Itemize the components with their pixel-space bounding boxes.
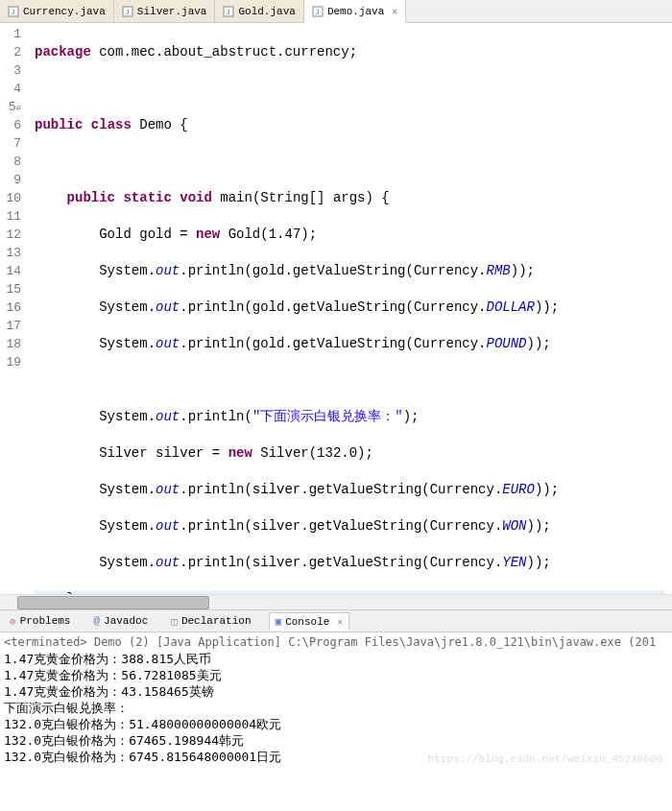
line-number: 1 — [4, 25, 21, 43]
fold-icon[interactable]: ⊖ — [16, 104, 21, 113]
java-file-icon: J — [223, 6, 234, 17]
problems-icon: ⊗ — [10, 615, 16, 628]
code-line: public class Demo { — [35, 116, 664, 134]
code-line — [35, 371, 664, 390]
line-number: 18 — [4, 335, 21, 353]
line-number: 9 — [4, 171, 21, 189]
tab-label: Silver.java — [137, 6, 207, 17]
console-panel: <terminated> Demo (2) [Java Application]… — [0, 632, 672, 765]
java-file-icon: J — [312, 6, 324, 17]
console-output-line: 132.0克白银价格为：67465.198944韩元 — [4, 732, 668, 749]
horizontal-scrollbar[interactable] — [0, 594, 672, 609]
code-editor[interactable]: 1 2 3 4 5⊖ 6 7 8 9 10 11 12 13 14 15 16 … — [0, 23, 672, 594]
console-output-line: 1.47克黄金价格为：43.158465英镑 — [4, 683, 668, 700]
view-declaration[interactable]: ◫ Declaration — [165, 613, 256, 630]
code-line-active: } — [35, 590, 664, 594]
svg-text:J: J — [226, 8, 230, 16]
line-number: 4 — [4, 80, 21, 98]
view-label: Declaration — [181, 615, 252, 627]
line-number: 14 — [4, 262, 21, 280]
code-line: System.out.println(gold.getValueString(C… — [35, 298, 664, 317]
line-number: 6 — [4, 116, 21, 134]
line-number: 17 — [4, 317, 21, 335]
code-line: System.out.println(silver.getValueString… — [35, 554, 664, 572]
line-number: 3 — [4, 61, 21, 80]
tab-label: Demo.java — [327, 6, 384, 17]
line-number: 2 — [4, 43, 21, 61]
console-icon: ▣ — [276, 615, 282, 628]
code-line: package com.mec.about_abstruct.currency; — [35, 43, 664, 61]
view-tabs: ⊗ Problems @ Javadoc ◫ Declaration ▣ Con… — [0, 609, 672, 632]
line-number: 13 — [4, 244, 21, 262]
line-number: 8 — [4, 153, 21, 171]
code-line: System.out.println(gold.getValueString(C… — [35, 262, 664, 280]
line-number: 12 — [4, 226, 21, 244]
view-javadoc[interactable]: @ Javadoc — [87, 613, 154, 629]
code-area[interactable]: package com.mec.about_abstruct.currency;… — [27, 23, 672, 594]
code-line: System.out.println("下面演示白银兑换率："); — [35, 408, 664, 426]
console-output-line: 1.47克黄金价格为：56.7281085美元 — [4, 667, 668, 683]
code-line: System.out.println(gold.getValueString(C… — [35, 335, 664, 353]
tab-silver[interactable]: J Silver.java — [114, 0, 216, 22]
code-line: System.out.println(silver.getValueString… — [35, 517, 664, 536]
declaration-icon: ◫ — [171, 615, 178, 628]
tab-demo[interactable]: J Demo.java ✕ — [304, 0, 406, 23]
code-line — [35, 80, 664, 98]
svg-text:J: J — [125, 8, 130, 16]
view-label: Problems — [20, 615, 71, 627]
java-file-icon: J — [8, 6, 19, 17]
code-line: Gold gold = new Gold(1.47); — [35, 226, 664, 244]
tab-label: Gold.java — [238, 6, 295, 17]
code-line: System.out.println(silver.getValueString… — [35, 481, 664, 499]
line-number: 15 — [4, 280, 21, 298]
code-line: public static void main(String[] args) { — [35, 189, 664, 207]
line-number: 11 — [4, 207, 21, 226]
code-line — [35, 153, 664, 171]
line-gutter: 1 2 3 4 5⊖ 6 7 8 9 10 11 12 13 14 15 16 … — [0, 23, 27, 594]
java-file-icon: J — [122, 6, 133, 17]
console-output-line: 下面演示白银兑换率： — [4, 700, 668, 716]
editor-tabs: J Currency.java J Silver.java J Gold.jav… — [0, 0, 672, 23]
line-number: 19 — [4, 353, 21, 371]
tab-currency[interactable]: J Currency.java — [0, 0, 114, 22]
svg-text:J: J — [11, 8, 15, 16]
line-number: 10 — [4, 189, 21, 207]
code-line: Silver silver = new Silver(132.0); — [35, 444, 664, 463]
close-icon[interactable]: ✕ — [337, 616, 343, 628]
view-label: Console — [285, 616, 329, 628]
line-number: 16 — [4, 298, 21, 317]
console-header: <terminated> Demo (2) [Java Application]… — [4, 634, 668, 651]
tab-gold[interactable]: J Gold.java — [215, 0, 303, 22]
console-output-line: 1.47克黄金价格为：388.815人民币 — [4, 651, 668, 667]
view-console[interactable]: ▣ Console ✕ — [269, 612, 350, 631]
view-label: Javadoc — [104, 615, 148, 627]
scrollbar-thumb[interactable] — [17, 596, 209, 609]
console-output-line: 132.0克白银价格为：51.48000000000004欧元 — [4, 716, 668, 732]
javadoc-icon: @ — [93, 615, 100, 627]
tab-label: Currency.java — [23, 6, 106, 17]
svg-text:J: J — [315, 8, 320, 16]
view-problems[interactable]: ⊗ Problems — [4, 613, 76, 630]
line-number: 7 — [4, 134, 21, 153]
close-icon[interactable]: ✕ — [392, 6, 397, 17]
line-number: 5⊖ — [4, 98, 21, 116]
